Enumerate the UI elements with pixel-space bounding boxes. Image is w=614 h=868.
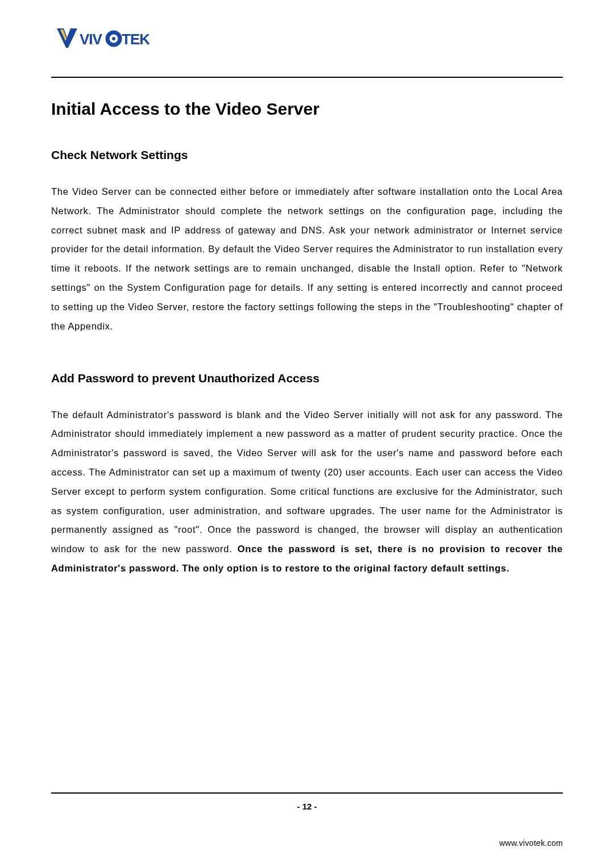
brand-logo: VIV TEK — [56, 27, 563, 55]
footer-divider — [51, 792, 563, 794]
section-heading-network: Check Network Settings — [51, 148, 563, 162]
header-divider — [51, 77, 563, 78]
page-footer: - 12 - www.vivotek.com — [51, 787, 563, 848]
paragraph-password-text: The default Administrator's password is … — [51, 410, 563, 554]
paragraph-network-settings: The Video Server can be connected either… — [51, 182, 563, 336]
page-number: - 12 - — [51, 802, 563, 811]
paragraph-password: The default Administrator's password is … — [51, 406, 563, 578]
section-heading-password: Add Password to prevent Unauthorized Acc… — [51, 372, 563, 385]
svg-text:VIV: VIV — [80, 31, 103, 48]
footer-url: www.vivotek.com — [51, 838, 563, 848]
svg-point-2 — [112, 37, 115, 40]
svg-text:TEK: TEK — [122, 31, 150, 48]
page-title: Initial Access to the Video Server — [51, 99, 563, 119]
